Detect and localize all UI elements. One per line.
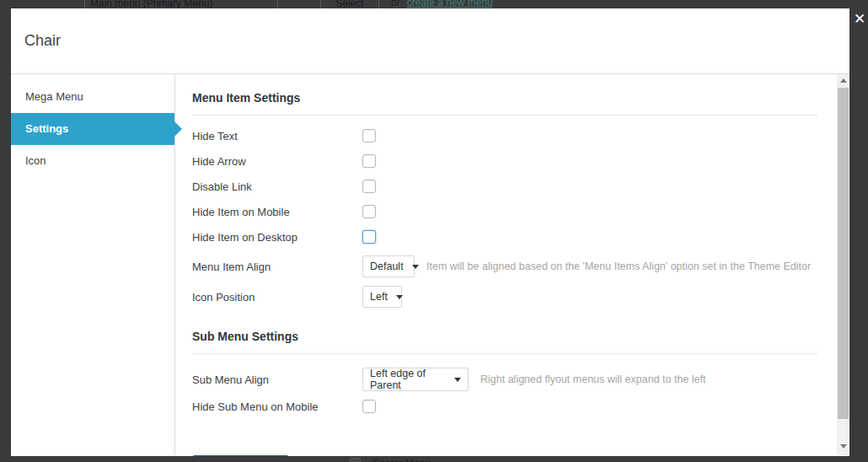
hide-text-label: Hide Text <box>192 130 362 142</box>
menu-item-settings-modal: Chair Mega Menu Settings Icon Menu Item … <box>11 8 849 456</box>
hide-item-on-desktop-checkbox[interactable] <box>362 230 376 244</box>
background-footer-menu-label: Footer Menu <box>373 458 431 462</box>
hide-item-on-mobile-label: Hide Item on Mobile <box>192 206 362 218</box>
row-hide-item-on-mobile: Hide Item on Mobile <box>192 205 817 218</box>
sidebar-item-mega-menu[interactable]: Mega Menu <box>11 81 174 113</box>
hide-arrow-label: Hide Arrow <box>192 155 362 168</box>
sidebar-item-icon[interactable]: Icon <box>11 145 174 177</box>
sub-menu-align-label: Sub Menu Align <box>192 373 362 386</box>
scroll-down-button[interactable] <box>837 440 849 453</box>
sub-menu-align-helper: Right aligned flyout menus will expand t… <box>480 373 706 385</box>
icon-position-value: Left <box>370 291 388 303</box>
row-menu-item-align: Menu Item Align Default Item will be ali… <box>192 255 817 277</box>
page-title: Chair <box>24 32 61 50</box>
dimmed-background-bottom: Footer Menu <box>0 456 868 462</box>
active-tab-arrow <box>174 121 182 137</box>
sub-menu-settings-heading: Sub Menu Settings <box>192 330 817 343</box>
disable-link-label: Disable Link <box>192 180 362 193</box>
section-divider <box>192 353 817 354</box>
close-icon[interactable]: ✕ <box>851 11 868 28</box>
row-hide-text: Hide Text <box>192 129 817 142</box>
caret-down-icon <box>412 265 419 269</box>
row-hide-arrow: Hide Arrow <box>192 154 817 168</box>
scroll-up-button[interactable] <box>837 74 849 87</box>
modal-header: Chair <box>11 8 849 74</box>
scrollbar-thumb[interactable] <box>838 88 849 419</box>
row-hide-sub-menu-on-mobile: Hide Sub Menu on Mobile <box>192 400 817 413</box>
hide-item-on-desktop-label: Hide Item on Desktop <box>192 231 362 244</box>
background-footer-menu-checkbox <box>350 458 361 462</box>
caret-down-icon <box>396 295 403 299</box>
settings-panel: Menu Item Settings Hide Text Hide Arrow … <box>175 74 849 455</box>
menu-item-settings-heading: Menu Item Settings <box>192 91 817 105</box>
menu-item-align-select[interactable]: Default <box>362 255 415 277</box>
caret-down-icon <box>454 378 461 382</box>
section-divider <box>192 115 817 116</box>
menu-item-align-value: Default <box>370 261 404 272</box>
sub-menu-align-select[interactable]: Left edge of Parent <box>362 368 469 391</box>
icon-position-select[interactable]: Left <box>362 286 402 308</box>
sidebar-item-settings[interactable]: Settings <box>11 113 174 145</box>
disable-link-checkbox[interactable] <box>362 180 376 193</box>
row-icon-position: Icon Position Left <box>192 286 817 308</box>
hide-text-checkbox[interactable] <box>362 129 376 142</box>
save-changes-button[interactable]: Save Changes <box>192 455 289 456</box>
hide-sub-menu-on-mobile-label: Hide Sub Menu on Mobile <box>192 400 362 413</box>
background-create-menu-link: create a new menu <box>407 0 493 8</box>
background-select-button: Select <box>320 0 379 8</box>
scroll-down-icon <box>840 444 847 449</box>
background-or-text: or <box>391 0 400 8</box>
hide-sub-menu-on-mobile-checkbox[interactable] <box>362 400 376 413</box>
hide-item-on-mobile-checkbox[interactable] <box>362 205 376 218</box>
row-sub-menu-align: Sub Menu Align Left edge of Parent Right… <box>192 368 817 391</box>
row-hide-item-on-desktop: Hide Item on Desktop <box>192 230 817 244</box>
hide-arrow-checkbox[interactable] <box>362 154 376 168</box>
sub-menu-align-value: Left edge of Parent <box>370 368 446 391</box>
scrollbar[interactable] <box>837 74 849 455</box>
scroll-up-icon <box>840 78 847 83</box>
sidebar-item-settings-label: Settings <box>25 122 68 135</box>
menu-item-align-label: Menu Item Align <box>192 261 362 273</box>
sidebar: Mega Menu Settings Icon <box>11 74 175 455</box>
menu-item-align-helper: Item will be aligned based on the 'Menu … <box>426 261 811 272</box>
dimmed-background-top: Main menu (Primary Menu) Select or creat… <box>0 0 868 8</box>
row-disable-link: Disable Link <box>192 180 817 193</box>
icon-position-label: Icon Position <box>192 291 362 304</box>
background-menu-dropdown: Main menu (Primary Menu) <box>84 0 278 8</box>
